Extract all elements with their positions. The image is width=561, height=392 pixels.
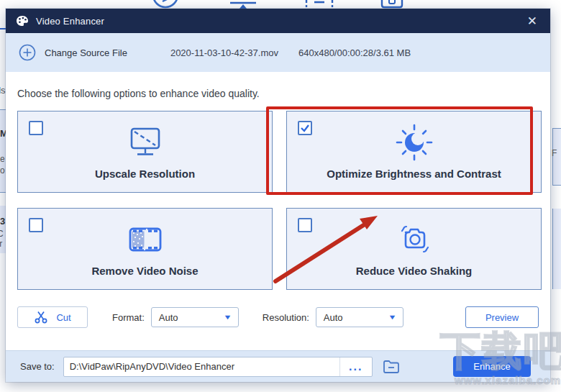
enhance-button[interactable]: Enhance	[453, 356, 531, 377]
add-circle-icon[interactable]	[19, 44, 36, 61]
option-upscale-resolution[interactable]: Upscale Resolution	[17, 111, 273, 193]
remove-noise-checkbox[interactable]	[29, 218, 43, 232]
format-dropdown[interactable]: Auto ▼	[151, 307, 239, 327]
cut-label: Cut	[56, 312, 70, 323]
upscale-resolution-checkbox[interactable]	[29, 121, 43, 135]
resolution-dropdown[interactable]: Auto ▼	[316, 307, 403, 327]
chevron-down-icon: ▼	[223, 314, 232, 321]
camera-shake-icon	[287, 217, 541, 262]
screen: ols M ke yo 3 C fr F Video Enhancer ✕	[0, 0, 561, 392]
bg-right-text: F	[552, 148, 557, 158]
bg-left-text: 3	[0, 216, 5, 227]
bg-dashed-box-icon	[305, 0, 334, 9]
option-optimize-brightness[interactable]: Optimize Brightness and Contrast	[286, 111, 542, 193]
option-remove-noise[interactable]: Remove Video Noise	[17, 208, 273, 290]
source-filename: 2020-11-03-10-42-37.mov	[170, 47, 278, 58]
titlebar: Video Enhancer ✕	[6, 9, 550, 33]
format-value: Auto	[159, 312, 178, 323]
optimize-brightness-checkbox[interactable]	[298, 121, 312, 135]
bg-import-icon	[229, 0, 257, 9]
brightness-sun-icon	[287, 120, 541, 165]
bg-box-icon	[380, 0, 404, 9]
option-label: Optimize Brightness and Contrast	[287, 168, 541, 180]
controls-row: Cut Format: Auto ▼ Resolution: Auto ▼ Pr…	[17, 306, 539, 328]
window-title: Video Enhancer	[36, 16, 104, 27]
option-reduce-shaking[interactable]: Reduce Video Shaking	[286, 208, 542, 290]
monitor-upscale-icon	[18, 120, 272, 165]
option-label: Remove Video Noise	[18, 265, 272, 277]
change-source-file-button[interactable]: Change Source File	[45, 47, 127, 58]
save-to-label: Save to:	[20, 361, 55, 372]
source-bar: Change Source File 2020-11-03-10-42-37.m…	[6, 33, 550, 72]
footer-bar: Save to: ... Enhance	[6, 350, 550, 382]
bg-left-text: ke	[0, 154, 5, 164]
cut-button[interactable]: Cut	[17, 306, 88, 328]
film-noise-icon	[18, 217, 272, 262]
bg-left-text: ols	[0, 85, 6, 96]
scissors-icon	[34, 311, 48, 324]
option-label: Upscale Resolution	[18, 168, 272, 180]
browse-button[interactable]: ...	[339, 357, 372, 376]
bg-left-text: yo	[0, 165, 5, 176]
bg-left-text: C	[0, 229, 4, 239]
bg-left-panel-1	[0, 109, 6, 193]
folder-icon	[382, 359, 401, 375]
palette-icon	[16, 15, 29, 27]
video-enhancer-dialog: Video Enhancer ✕ Change Source File 2020…	[6, 9, 550, 382]
bg-play-circle-icon	[150, 0, 181, 9]
enhance-options-grid: Upscale Resolution	[17, 111, 550, 290]
save-path-field: ...	[63, 357, 373, 377]
open-folder-button[interactable]	[382, 359, 401, 375]
reduce-shaking-checkbox[interactable]	[298, 218, 312, 232]
source-file-info: 640x480/00:00:28/3.61 MB	[298, 47, 411, 58]
close-icon[interactable]: ✕	[524, 14, 540, 29]
chevron-down-icon: ▼	[388, 314, 396, 321]
instruction-text: Choose the following options to enhance …	[17, 88, 550, 99]
preview-button[interactable]: Preview	[465, 306, 539, 328]
bg-right-panel-2	[552, 209, 561, 289]
save-path-input[interactable]	[64, 361, 339, 372]
resolution-value: Auto	[324, 312, 343, 323]
resolution-label: Resolution:	[263, 312, 309, 323]
bg-left-text: fr	[0, 239, 2, 249]
option-label: Reduce Video Shaking	[287, 265, 541, 277]
format-label: Format:	[112, 312, 145, 323]
